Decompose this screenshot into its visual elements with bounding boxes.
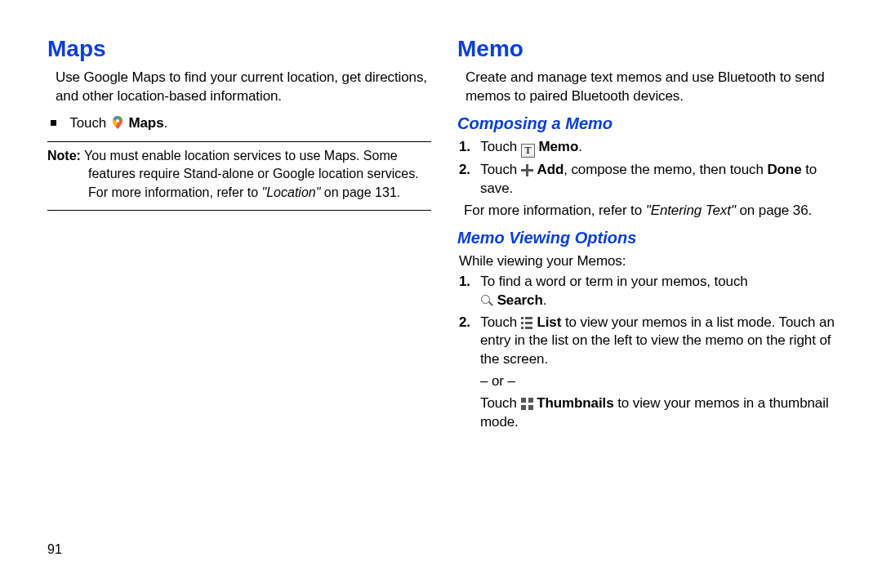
maps-touch-item: Touch Maps. — [67, 114, 431, 133]
composing-heading: Composing a Memo — [457, 114, 841, 133]
list-icon — [521, 317, 533, 329]
memo-intro: Create and manage text memos and use Blu… — [466, 69, 841, 106]
maps-icon — [110, 115, 125, 130]
view-thumb-line: Touch Thumbnails to view your memos in a… — [480, 394, 841, 432]
app-name: Maps. — [128, 115, 167, 131]
note-ref: "Location" — [262, 185, 321, 199]
thumbnails-icon — [521, 398, 533, 410]
plus-icon — [521, 164, 533, 176]
view-or: – or – — [480, 372, 841, 391]
maps-heading: Maps — [47, 36, 431, 62]
maps-note: Note: You must enable location services … — [47, 141, 431, 211]
view-steps: To find a word or term in your memos, to… — [457, 273, 841, 433]
compose-step-2: Touch Add, compose the memo, then touch … — [480, 161, 841, 198]
right-column: Memo Create and manage text memos and us… — [457, 36, 841, 572]
maps-intro: Use Google Maps to find your current loc… — [56, 69, 431, 106]
svg-point-0 — [116, 119, 119, 122]
view-step-2: Touch List to view your memos in a list … — [480, 314, 841, 433]
compose-more-info: For more information, refer to "Entering… — [464, 202, 841, 220]
view-intro: While viewing your Memos: — [459, 252, 841, 271]
view-options-heading: Memo Viewing Options — [457, 229, 841, 247]
compose-steps: Touch T Memo. Touch Add, compose the mem… — [457, 138, 841, 198]
view-step-1: To find a word or term in your memos, to… — [480, 273, 841, 310]
note-text-2: on page 131. — [320, 185, 400, 199]
note-label: Note: — [47, 149, 81, 163]
memo-heading: Memo — [457, 36, 841, 62]
manual-page: Maps Use Google Maps to find your curren… — [0, 0, 882, 588]
maps-touch-list: Touch Maps. — [47, 114, 431, 133]
search-icon — [480, 294, 493, 307]
touch-label: Touch — [69, 115, 110, 131]
left-column: Maps Use Google Maps to find your curren… — [47, 36, 431, 572]
memo-icon: T — [521, 144, 535, 158]
note-body: Note: You must enable location services … — [88, 145, 431, 203]
compose-step-1: Touch T Memo. — [480, 138, 841, 158]
page-number: 91 — [47, 542, 62, 557]
